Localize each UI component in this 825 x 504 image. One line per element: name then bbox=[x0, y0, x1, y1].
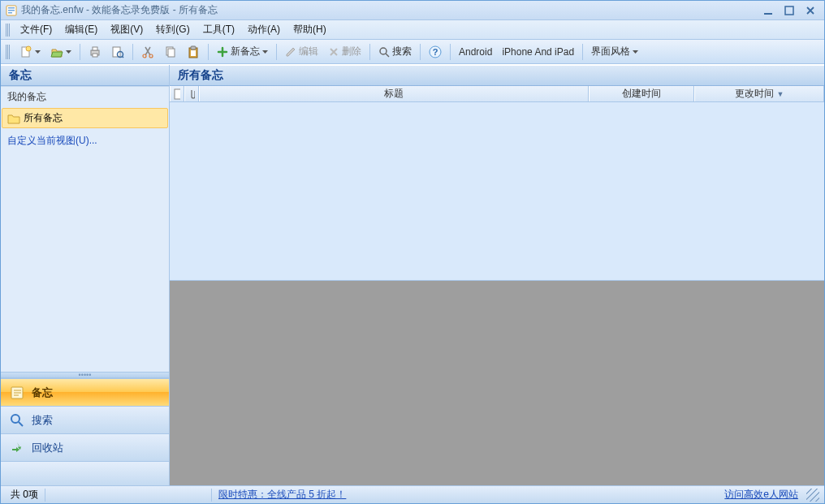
promo-link[interactable]: 限时特惠：全线产品 5 折起！ bbox=[214, 488, 351, 502]
svg-line-13 bbox=[123, 56, 124, 58]
resize-grip[interactable] bbox=[806, 489, 819, 502]
tool-new-memo[interactable]: 新备忘 bbox=[213, 42, 272, 62]
help-icon: ? bbox=[429, 45, 442, 58]
website-link[interactable]: 访问高效e人网站 bbox=[719, 488, 803, 502]
nav-search[interactable]: 搜索 bbox=[1, 406, 169, 433]
delete-label: 删除 bbox=[342, 45, 361, 58]
tool-edit[interactable]: 编辑 bbox=[281, 42, 322, 62]
svg-rect-31 bbox=[175, 89, 180, 99]
svg-rect-20 bbox=[191, 50, 196, 56]
separator bbox=[211, 489, 212, 502]
tool-print[interactable] bbox=[84, 42, 106, 62]
status-count: 共 0项 bbox=[6, 488, 43, 502]
col-modified[interactable]: 更改时间▼ bbox=[694, 86, 824, 101]
search-label: 搜索 bbox=[392, 45, 412, 58]
close-button[interactable] bbox=[801, 4, 819, 17]
maximize-button[interactable] bbox=[780, 4, 798, 17]
status-bar: 共 0项 限时特惠：全线产品 5 折起！ 访问高效e人网站 bbox=[1, 485, 824, 503]
menu-help[interactable]: 帮助(H) bbox=[287, 21, 333, 38]
menu-file[interactable]: 文件(F) bbox=[14, 21, 58, 38]
x-icon bbox=[328, 46, 339, 58]
content-header: 所有备忘 bbox=[170, 65, 824, 86]
search-icon bbox=[9, 412, 25, 429]
chevron-down-icon bbox=[66, 50, 71, 54]
tree-root-label[interactable]: 我的备忘 bbox=[1, 86, 169, 107]
separator bbox=[208, 44, 209, 60]
tool-open[interactable] bbox=[46, 42, 76, 62]
memo-icon bbox=[9, 385, 25, 401]
menu-tools[interactable]: 工具(T) bbox=[197, 21, 241, 38]
tool-search[interactable]: 搜索 bbox=[374, 42, 416, 62]
pencil-icon bbox=[285, 46, 296, 58]
chevron-down-icon bbox=[262, 50, 268, 54]
tool-cut[interactable] bbox=[137, 42, 158, 62]
folder-icon bbox=[7, 113, 20, 124]
tool-android[interactable]: Android bbox=[455, 42, 496, 62]
content-area: 所有备忘 标题 创建时间 更改时间▼ bbox=[170, 65, 824, 485]
svg-point-7 bbox=[26, 46, 31, 51]
main-area: 备忘 我的备忘 所有备忘 自定义当前视图(U)... ••••• 备忘 搜索 回… bbox=[1, 64, 824, 485]
app-icon bbox=[6, 5, 17, 16]
tool-copy[interactable] bbox=[160, 42, 181, 62]
tool-iphone-ipad[interactable]: iPhone And iPad bbox=[498, 42, 578, 62]
sidebar-splitter[interactable]: ••••• bbox=[1, 372, 169, 378]
search-icon bbox=[378, 46, 390, 58]
separator bbox=[276, 44, 277, 60]
window-controls bbox=[759, 4, 819, 17]
minimize-button[interactable] bbox=[759, 4, 777, 17]
separator bbox=[420, 44, 421, 60]
edit-label: 编辑 bbox=[299, 45, 318, 58]
tool-paste[interactable] bbox=[183, 42, 204, 62]
nav-recycle[interactable]: 回收站 bbox=[1, 433, 169, 461]
svg-rect-5 bbox=[785, 6, 793, 15]
window-title: 我的备忘.enfw - 效能备忘录免费版 - 所有备忘 bbox=[21, 3, 759, 17]
paperclip-icon bbox=[188, 88, 195, 100]
recycle-icon bbox=[9, 440, 25, 456]
separator bbox=[80, 44, 80, 60]
sidebar-bottom bbox=[1, 461, 169, 485]
menu-edit[interactable]: 编辑(E) bbox=[58, 21, 104, 38]
menu-goto[interactable]: 转到(G) bbox=[149, 21, 196, 38]
nav-memo-label: 备忘 bbox=[32, 386, 53, 400]
separator bbox=[450, 44, 451, 60]
tool-ui-style[interactable]: 界面风格 bbox=[587, 42, 642, 62]
menu-view[interactable]: 视图(V) bbox=[104, 21, 149, 38]
col-created[interactable]: 创建时间 bbox=[589, 86, 694, 101]
list-header: 标题 创建时间 更改时间▼ bbox=[170, 86, 824, 102]
svg-rect-4 bbox=[764, 13, 772, 15]
customize-view-link[interactable]: 自定义当前视图(U)... bbox=[1, 129, 169, 153]
sidebar: 备忘 我的备忘 所有备忘 自定义当前视图(U)... ••••• 备忘 搜索 回… bbox=[1, 65, 170, 485]
tool-print-preview[interactable] bbox=[107, 42, 128, 62]
svg-line-22 bbox=[386, 54, 389, 57]
menu-bar: 文件(F) 编辑(E) 视图(V) 转到(G) 工具(T) 动作(A) 帮助(H… bbox=[1, 20, 824, 40]
toolbar: 新备忘 编辑 删除 搜索 ? Android iPhone And iPad 界… bbox=[1, 40, 824, 64]
app-window: 我的备忘.enfw - 效能备忘录免费版 - 所有备忘 文件(F) 编辑(E) … bbox=[0, 0, 825, 504]
svg-rect-19 bbox=[191, 46, 196, 50]
separator bbox=[369, 44, 370, 60]
svg-point-29 bbox=[11, 415, 19, 423]
page-icon bbox=[174, 88, 180, 100]
nav-memo[interactable]: 备忘 bbox=[1, 378, 169, 406]
svg-point-14 bbox=[143, 54, 146, 58]
tool-delete[interactable]: 删除 bbox=[324, 42, 365, 62]
svg-rect-3 bbox=[8, 12, 12, 14]
col-title[interactable]: 标题 bbox=[199, 86, 589, 101]
tool-help[interactable]: ? bbox=[425, 42, 446, 62]
toolbar-grip[interactable] bbox=[6, 45, 11, 59]
svg-point-21 bbox=[380, 48, 387, 54]
separator bbox=[582, 44, 583, 60]
tool-new-doc[interactable] bbox=[15, 42, 45, 62]
col-doc-icon[interactable] bbox=[170, 86, 184, 101]
nav-recycle-label: 回收站 bbox=[32, 441, 63, 455]
chevron-down-icon bbox=[633, 50, 638, 54]
sort-desc-icon: ▼ bbox=[777, 90, 784, 98]
menu-grip[interactable] bbox=[6, 24, 11, 37]
chevron-down-icon bbox=[35, 50, 41, 54]
svg-rect-9 bbox=[93, 47, 97, 50]
list-body[interactable] bbox=[170, 102, 824, 281]
sidebar-header: 备忘 bbox=[1, 65, 169, 86]
menu-action[interactable]: 动作(A) bbox=[241, 21, 287, 38]
col-attach-icon[interactable] bbox=[184, 86, 199, 101]
tree-item-label: 所有备忘 bbox=[24, 111, 63, 125]
tree-item-all-memos[interactable]: 所有备忘 bbox=[2, 108, 168, 128]
